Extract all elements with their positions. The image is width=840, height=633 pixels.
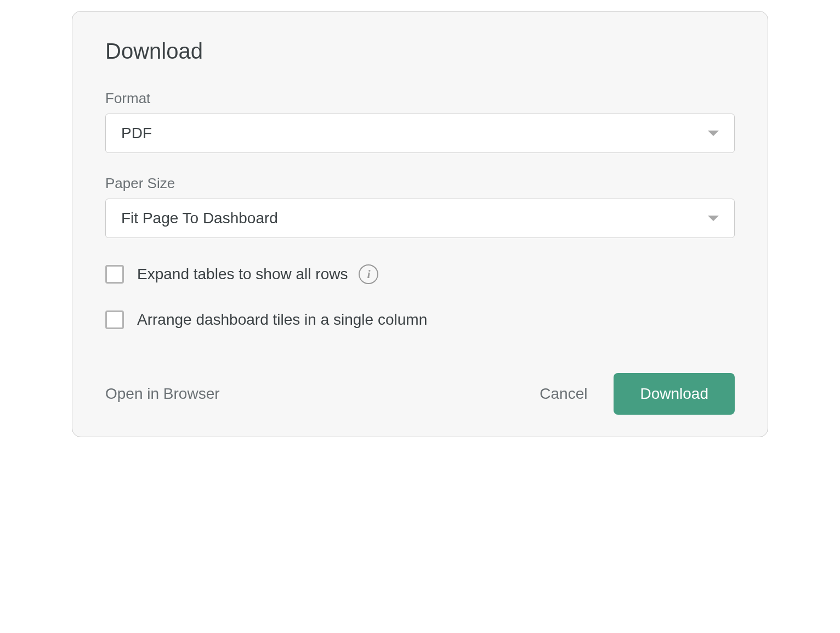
paper-size-field-group: Paper Size Fit Page To Dashboard	[105, 175, 735, 238]
arrange-tiles-label[interactable]: Arrange dashboard tiles in a single colu…	[137, 311, 427, 329]
format-select-value: PDF	[121, 125, 708, 142]
info-icon[interactable]: i	[359, 264, 378, 284]
arrange-tiles-row: Arrange dashboard tiles in a single colu…	[105, 310, 735, 329]
arrange-tiles-checkbox[interactable]	[105, 310, 124, 329]
dialog-footer: Open in Browser Cancel Download	[105, 373, 735, 415]
download-dialog: Download Format PDF Paper Size Fit Page …	[72, 11, 768, 437]
expand-tables-row: Expand tables to show all rows i	[105, 264, 735, 284]
expand-tables-label[interactable]: Expand tables to show all rows	[137, 265, 348, 283]
caret-down-icon	[708, 131, 719, 136]
footer-left: Open in Browser	[105, 385, 220, 403]
caret-down-icon	[708, 216, 719, 221]
paper-size-select[interactable]: Fit Page To Dashboard	[105, 199, 735, 238]
footer-right: Cancel Download	[540, 373, 735, 415]
format-label: Format	[105, 90, 735, 107]
paper-size-select-value: Fit Page To Dashboard	[121, 210, 708, 227]
download-button[interactable]: Download	[614, 373, 735, 415]
info-icon-glyph: i	[367, 268, 370, 280]
paper-size-label: Paper Size	[105, 175, 735, 192]
open-in-browser-button[interactable]: Open in Browser	[105, 385, 220, 403]
checkbox-group: Expand tables to show all rows i Arrange…	[105, 264, 735, 329]
format-select[interactable]: PDF	[105, 114, 735, 153]
dialog-title: Download	[105, 39, 735, 64]
expand-tables-checkbox[interactable]	[105, 265, 124, 284]
format-field-group: Format PDF	[105, 90, 735, 153]
cancel-button[interactable]: Cancel	[540, 385, 587, 403]
